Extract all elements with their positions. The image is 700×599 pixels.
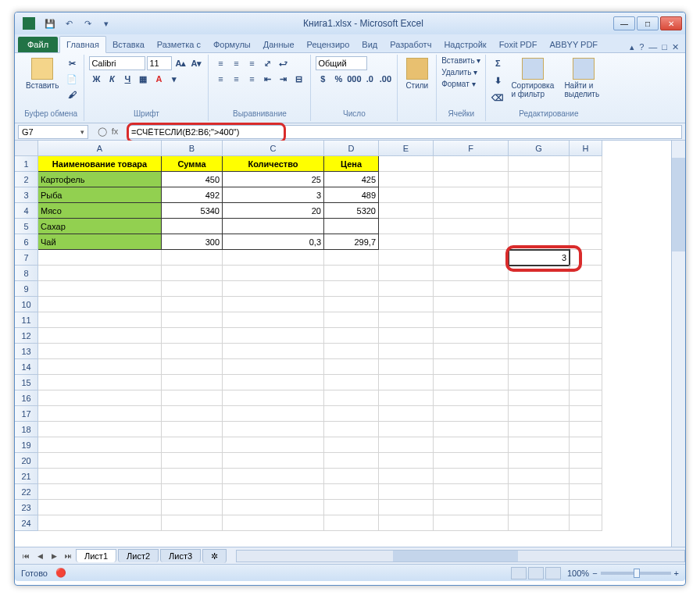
cell-D20[interactable] <box>324 453 379 469</box>
merge-icon[interactable]: ⊟ <box>291 72 305 86</box>
col-F[interactable]: F <box>434 141 509 156</box>
cell-G9[interactable] <box>509 281 570 297</box>
col-E[interactable]: E <box>379 141 434 156</box>
cell-C19[interactable] <box>223 437 324 453</box>
cell-E9[interactable] <box>379 281 434 297</box>
cell-F24[interactable] <box>434 515 509 531</box>
cell-C13[interactable] <box>223 344 324 359</box>
italic-icon[interactable]: К <box>105 72 119 86</box>
cell-C5[interactable] <box>223 219 324 234</box>
cell-C1[interactable]: Количество <box>223 156 324 172</box>
cell-D13[interactable] <box>324 344 379 359</box>
font-name-select[interactable] <box>89 56 145 70</box>
cell-C21[interactable] <box>223 469 324 484</box>
tab-review[interactable]: Рецензиро <box>301 37 356 52</box>
cell-B6[interactable]: 300 <box>162 234 223 250</box>
cell-E21[interactable] <box>379 469 434 484</box>
tab-layout[interactable]: Разметка с <box>151 37 207 52</box>
zoom-out-icon[interactable]: − <box>592 569 597 578</box>
row-5[interactable]: 5 <box>15 219 38 234</box>
tab-next-icon[interactable]: ▶ <box>48 550 60 562</box>
cell-A18[interactable] <box>38 422 162 437</box>
cells-delete[interactable]: Удалить ▾ <box>441 68 480 77</box>
cell-F11[interactable] <box>434 312 509 328</box>
save-button[interactable]: 💾 <box>43 16 57 30</box>
help-icon[interactable]: ? <box>639 42 644 52</box>
new-sheet-tab[interactable]: ✲ <box>202 549 227 563</box>
row-22[interactable]: 22 <box>15 484 38 500</box>
row-8[interactable]: 8 <box>15 266 38 281</box>
cell-D19[interactable] <box>324 437 379 453</box>
cell-F19[interactable] <box>434 437 509 453</box>
decrease-font-icon[interactable]: A▾ <box>189 56 203 70</box>
cell-G1[interactable] <box>509 156 570 172</box>
tab-view[interactable]: Вид <box>355 37 384 52</box>
qat-dropdown[interactable]: ▾ <box>99 16 113 30</box>
cell-B12[interactable] <box>162 328 223 344</box>
cell-C11[interactable] <box>223 312 324 328</box>
cell-G7[interactable]: 3 <box>509 250 570 266</box>
cell-B17[interactable] <box>162 406 223 422</box>
cell-B13[interactable] <box>162 344 223 359</box>
close-button[interactable]: ✕ <box>660 16 682 30</box>
cell-G14[interactable] <box>509 359 570 375</box>
sheet-tab-2[interactable]: Лист2 <box>118 549 159 562</box>
cell-A8[interactable] <box>38 266 162 281</box>
cell-F8[interactable] <box>434 266 509 281</box>
zoom-slider-knob[interactable] <box>634 569 640 578</box>
row-14[interactable]: 14 <box>15 359 38 375</box>
row-15[interactable]: 15 <box>15 375 38 390</box>
fill-icon[interactable]: ⬇ <box>491 73 505 87</box>
cell-H22[interactable] <box>570 484 602 500</box>
cell-D15[interactable] <box>324 375 379 390</box>
cell-H16[interactable] <box>570 390 602 406</box>
decrease-indent-icon[interactable]: ⇤ <box>260 72 274 86</box>
cell-G17[interactable] <box>509 406 570 422</box>
cell-B23[interactable] <box>162 500 223 515</box>
cell-H23[interactable] <box>570 500 602 515</box>
fx-icon[interactable]: fx <box>112 127 119 137</box>
col-H[interactable]: H <box>570 141 602 156</box>
row-17[interactable]: 17 <box>15 406 38 422</box>
cell-E19[interactable] <box>379 437 434 453</box>
cell-H12[interactable] <box>570 328 602 344</box>
formula-input[interactable]: =СЧЁТЕСЛИ(B2:B6;">400") <box>127 125 682 139</box>
cell-E20[interactable] <box>379 453 434 469</box>
cell-A4[interactable]: Мясо <box>38 203 162 219</box>
cell-A19[interactable] <box>38 437 162 453</box>
tab-formulas[interactable]: Формулы <box>207 37 257 52</box>
cell-B1[interactable]: Сумма <box>162 156 223 172</box>
row-6[interactable]: 6 <box>15 234 38 250</box>
maximize-button[interactable]: □ <box>637 16 659 30</box>
normal-view-icon[interactable] <box>511 567 527 579</box>
cell-A23[interactable] <box>38 500 162 515</box>
format-painter-icon[interactable]: 🖌 <box>65 87 79 102</box>
cell-B21[interactable] <box>162 469 223 484</box>
cell-B5[interactable] <box>162 219 223 234</box>
col-G[interactable]: G <box>509 141 570 156</box>
cell-E12[interactable] <box>379 328 434 344</box>
col-B[interactable]: B <box>162 141 223 156</box>
cell-G16[interactable] <box>509 390 570 406</box>
cell-D9[interactable] <box>324 281 379 297</box>
cell-H18[interactable] <box>570 422 602 437</box>
cell-A13[interactable] <box>38 344 162 359</box>
cell-E17[interactable] <box>379 406 434 422</box>
cell-B8[interactable] <box>162 266 223 281</box>
vscroll-thumb[interactable] <box>672 158 685 251</box>
cell-A15[interactable] <box>38 375 162 390</box>
cell-C22[interactable] <box>223 484 324 500</box>
cell-C20[interactable] <box>223 453 324 469</box>
cell-D4[interactable]: 5320 <box>324 203 379 219</box>
cell-A12[interactable] <box>38 328 162 344</box>
cell-G24[interactable] <box>509 515 570 531</box>
cell-G8[interactable] <box>509 266 570 281</box>
cell-D22[interactable] <box>324 484 379 500</box>
cell-E11[interactable] <box>379 312 434 328</box>
tab-last-icon[interactable]: ⏭ <box>62 550 74 562</box>
row-18[interactable]: 18 <box>15 422 38 437</box>
cell-D18[interactable] <box>324 422 379 437</box>
cell-E13[interactable] <box>379 344 434 359</box>
cells-format[interactable]: Формат ▾ <box>441 80 480 88</box>
doc-minimize-icon[interactable]: — <box>648 42 657 52</box>
